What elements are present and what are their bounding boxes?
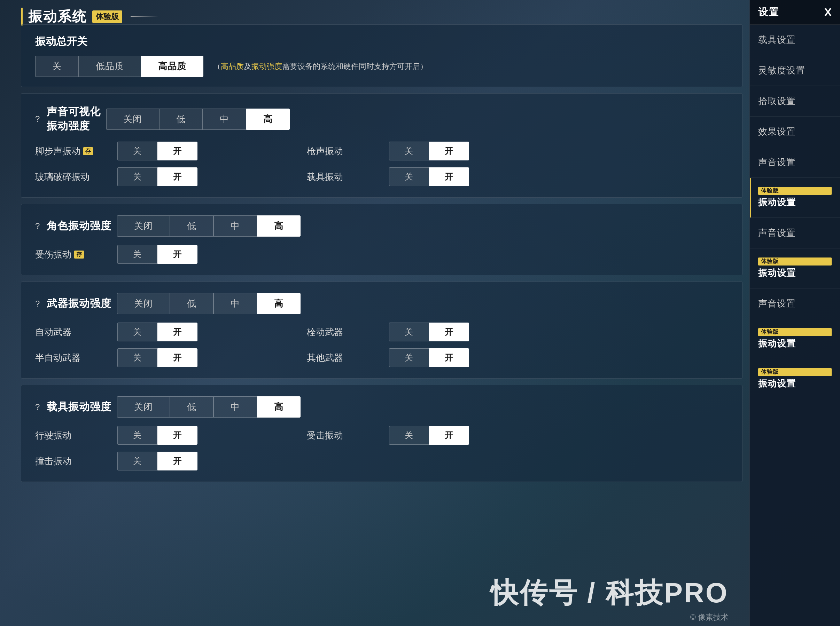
hit-btn-off[interactable]: 关 [389,426,429,445]
sound-section: ? 声音可视化振动强度 关闭 低 中 高 脚步声振动 存 关 开 [21,93,743,198]
footstep-btn-group: 关 开 [117,142,198,160]
vehicle-btn-off[interactable]: 关 [389,167,429,186]
sidebar-item-vibration1[interactable]: 体验版 振动设置 [750,178,840,218]
sidebar-item-vibration4[interactable]: 体验版 振动设置 [750,359,840,399]
gun-vibration-label: 枪声振动 [307,145,383,157]
sidebar-vibration4-beta: 体验版 [758,368,832,376]
other-btn-off[interactable]: 关 [389,348,429,367]
sidebar-item-vibration3[interactable]: 体验版 振动设置 [750,319,840,359]
auto-btn-off[interactable]: 关 [117,322,157,341]
sidebar-sound2-label: 声音设置 [758,228,796,238]
weapon-btn-high[interactable]: 高 [257,293,301,314]
glass-btn-off[interactable]: 关 [117,167,157,186]
drive-btn-on[interactable]: 开 [157,426,198,445]
hit-btn-on[interactable]: 开 [429,426,469,445]
sidebar-vibration1-beta: 体验版 [758,187,832,195]
drive-btn-off[interactable]: 关 [117,426,157,445]
gun-vibration-btn-group: 关 开 [389,142,469,160]
damage-btn-group: 关 开 [117,245,198,264]
drive-btn-group: 关 开 [117,426,198,445]
character-question-mark[interactable]: ? [35,221,40,231]
sound-section-title: 声音可视化振动强度 [47,105,100,133]
character-section: ? 角色振动强度 关闭 低 中 高 受伤振动 存 关 开 [21,204,743,275]
master-btn-group: 关 低品质 高品质 [35,56,203,77]
title-decoration [130,16,159,17]
footstep-btn-on[interactable]: 开 [157,142,198,160]
note-end: 需要设备的系统和硬件同时支持方可开启） [282,62,428,70]
other-btn-on[interactable]: 开 [429,348,469,367]
glass-btn-group: 关 开 [117,167,198,186]
bolt-btn-off[interactable]: 关 [389,322,429,341]
auto-weapon-label: 自动武器 [35,326,112,338]
sidebar-item-vibration2[interactable]: 体验版 振动设置 [750,249,840,288]
sound-btn-high[interactable]: 高 [246,109,290,130]
content-area: 振动总开关 关 低品质 高品质 （高品质及振动强度需要设备的系统和硬件同时支持方… [21,24,743,577]
hit-btn-group: 关 开 [389,426,469,445]
sidebar-vibration1-group: 体验版 振动设置 [758,187,832,208]
vehicle-btn-on[interactable]: 开 [429,167,469,186]
weapon-section-title: 武器振动强度 [47,296,111,311]
veh-btn-off[interactable]: 关闭 [117,396,170,418]
crash-btn-off[interactable]: 关 [117,452,157,471]
char-btn-mid[interactable]: 中 [214,215,257,236]
master-btn-low[interactable]: 低品质 [79,56,141,77]
bolt-btn-on[interactable]: 开 [429,322,469,341]
weapon-question-mark[interactable]: ? [35,299,40,309]
char-btn-high[interactable]: 高 [257,215,301,236]
char-btn-off[interactable]: 关闭 [117,215,170,236]
title-divider [21,8,23,26]
vehicle-vibration-btn-group: 关 开 [389,167,469,186]
crash-btn-on[interactable]: 开 [157,452,198,471]
sound-btn-mid[interactable]: 中 [203,109,246,130]
semi-btn-off[interactable]: 关 [117,348,157,367]
weapon-btn-mid[interactable]: 中 [214,293,257,314]
note-mid: 及 [244,62,251,70]
gun-btn-on[interactable]: 开 [429,142,469,160]
sidebar-item-sensitivity[interactable]: 灵敏度设置 [750,55,840,86]
damage-vibration-label: 受伤振动 存 [35,249,112,261]
watermark-sub: © 像素技术 [690,612,729,623]
vehicle-vibration-label: 载具振动 [307,171,383,183]
sidebar-header-title: 设置 [758,6,779,19]
sidebar-header: 设置 X [750,0,840,25]
title-bar: 振动系统 体验版 [21,7,159,26]
weapon-btn-group: 关闭 低 中 高 [117,293,301,314]
bolt-weapon-btn-group: 关 开 [389,322,469,341]
sound-btn-group: 关闭 低 中 高 [106,109,290,130]
damage-btn-off[interactable]: 关 [117,245,157,264]
master-btn-off[interactable]: 关 [35,56,79,77]
gun-btn-off[interactable]: 关 [389,142,429,160]
sound-btn-low[interactable]: 低 [159,109,203,130]
sidebar-item-pickup[interactable]: 拾取设置 [750,86,840,117]
other-weapon-btn-group: 关 开 [389,348,469,367]
sidebar-item-vehicle[interactable]: 载具设置 [750,25,840,55]
sidebar-item-sound1[interactable]: 声音设置 [750,147,840,178]
sound-btn-off[interactable]: 关闭 [106,109,159,130]
master-switch-title: 振动总开关 [35,34,728,49]
vehicle-question-mark[interactable]: ? [35,402,40,412]
char-btn-low[interactable]: 低 [170,215,214,236]
close-button[interactable]: X [824,6,832,19]
glass-btn-on[interactable]: 开 [157,167,198,186]
crash-btn-group: 关 开 [117,452,198,471]
semi-btn-on[interactable]: 开 [157,348,198,367]
footstep-save-tag: 存 [83,147,93,155]
weapon-btn-low[interactable]: 低 [170,293,214,314]
sound-question-mark[interactable]: ? [35,114,40,124]
veh-btn-low[interactable]: 低 [170,396,214,418]
sidebar-item-effects[interactable]: 效果设置 [750,117,840,147]
veh-btn-high[interactable]: 高 [257,396,301,418]
damage-btn-on[interactable]: 开 [157,245,198,264]
settings-sidebar: 设置 X 载具设置 灵敏度设置 拾取设置 效果设置 声音设置 体验版 振动设置 … [749,0,840,626]
master-btn-high[interactable]: 高品质 [141,56,203,77]
sidebar-item-sound2[interactable]: 声音设置 [750,218,840,249]
veh-btn-mid[interactable]: 中 [214,396,257,418]
weapon-btn-off[interactable]: 关闭 [117,293,170,314]
sidebar-vibration2-label: 振动设置 [758,267,832,279]
sidebar-vehicle-label: 载具设置 [758,34,796,45]
title-beta-badge: 体验版 [92,11,122,23]
sidebar-item-sound3[interactable]: 声音设置 [750,288,840,319]
footstep-btn-off[interactable]: 关 [117,142,157,160]
auto-btn-on[interactable]: 开 [157,322,198,341]
semi-auto-btn-group: 关 开 [117,348,198,367]
